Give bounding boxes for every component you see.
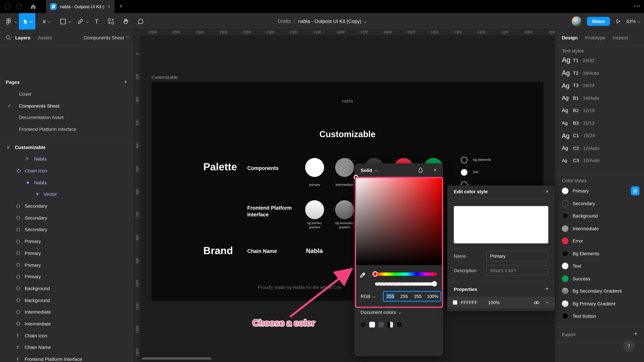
text-style-t3[interactable]: AgT3 · 16/24: [555, 79, 644, 92]
zoom-level-control[interactable]: 63%: [626, 19, 640, 24]
breadcrumb[interactable]: Drafts / nabla - Outpost UI Kit (Copy): [278, 13, 366, 29]
color-style-text-button[interactable]: Text Button: [555, 310, 644, 323]
layer-row-background[interactable]: Background: [0, 295, 134, 306]
layer-row-secondary[interactable]: Secondary: [0, 200, 134, 212]
tab-assets[interactable]: Assets: [38, 35, 52, 40]
window-control-icon[interactable]: [4, 4, 10, 9]
text-style-b2[interactable]: AgB2 · 12/16: [555, 104, 644, 117]
hand-tool-button[interactable]: [122, 13, 130, 29]
palette-circle-text[interactable]: [461, 169, 468, 176]
layer-row-nabla[interactable]: TNabla: [0, 153, 134, 165]
color-style-bg-primary-gradient[interactable]: Bg Primary Gradient: [555, 297, 644, 310]
add-property-button[interactable]: +: [546, 285, 549, 292]
components-label[interactable]: Components: [247, 165, 278, 171]
color-style-bg-secondary-gradient[interactable]: Bg Secondary Gradient: [555, 285, 644, 298]
sidebar-page-item[interactable]: ✓Components Sheet: [0, 100, 134, 112]
layer-row-frontend-platform-interface[interactable]: TFrontend Platform Interface: [0, 353, 134, 362]
layer-row-primary[interactable]: Primary: [0, 236, 134, 247]
search-icon[interactable]: [6, 35, 11, 40]
share-button[interactable]: Share: [587, 17, 610, 26]
tab-design[interactable]: Design: [562, 35, 578, 40]
document-color-swatch[interactable]: [387, 322, 393, 328]
color-style-background[interactable]: Background: [555, 210, 644, 222]
blend-droplet-icon[interactable]: [418, 167, 424, 173]
window-control-icon[interactable]: [16, 4, 22, 9]
palette-circle-bg-primary[interactable]: [305, 200, 324, 219]
more-menu-icon[interactable]: •••: [634, 4, 641, 8]
layer-row-primary[interactable]: Primary: [0, 271, 134, 283]
palette-circle-bg-secondary[interactable]: [335, 200, 354, 219]
text-style-t2[interactable]: AgT2 · 18/Auto: [555, 67, 644, 79]
text-style-b3[interactable]: AgB3 · 11/13: [555, 117, 644, 129]
visibility-eye-icon[interactable]: [534, 300, 540, 305]
avatar[interactable]: [572, 16, 582, 26]
add-export-button[interactable]: +: [634, 330, 638, 337]
comment-tool-button[interactable]: [137, 13, 144, 29]
text-style-c1[interactable]: AgC1 · 15/24: [555, 129, 644, 142]
layer-row-primary[interactable]: Primary: [0, 247, 134, 259]
remove-property-icon[interactable]: −: [546, 300, 549, 306]
tab-inspect[interactable]: Inspect: [613, 35, 628, 40]
color-style-text[interactable]: Text: [555, 260, 644, 272]
property-hex-value[interactable]: FFFFFF: [461, 300, 478, 305]
layer-row-secondary[interactable]: Secondary: [0, 212, 134, 224]
layer-row-chain-icon[interactable]: TChain Icon: [0, 330, 134, 341]
move-tool-button[interactable]: [19, 13, 36, 29]
layer-row-customizable-frame[interactable]: # Customizable: [0, 142, 134, 153]
brand-heading[interactable]: Brand: [203, 245, 233, 257]
canvas-logo-text[interactable]: nabla: [152, 98, 544, 103]
resources-tool-button[interactable]: [108, 13, 115, 29]
document-color-swatch[interactable]: [369, 322, 375, 328]
document-colors-dropdown[interactable]: Document colors: [360, 310, 401, 315]
property-opacity-value[interactable]: 100%: [488, 300, 500, 305]
present-icon[interactable]: [615, 18, 621, 24]
layer-row-vector[interactable]: Vector: [0, 188, 134, 200]
text-style-b1[interactable]: AgB1 · 14/Auto: [555, 92, 644, 104]
tab-layers[interactable]: Layers: [15, 35, 30, 40]
canvas-title-text[interactable]: Customizable: [152, 129, 544, 139]
close-icon[interactable]: ×: [434, 167, 437, 173]
layer-row-nabla[interactable]: Nabla: [0, 177, 134, 188]
breadcrumb-root[interactable]: Drafts: [278, 18, 291, 24]
name-input[interactable]: [486, 251, 548, 261]
palette-circle-label[interactable]: text: [473, 170, 478, 174]
tab-prototype[interactable]: Prototype: [585, 35, 605, 40]
color-style-error[interactable]: Error: [555, 235, 644, 247]
chain-name-value[interactable]: Nabla: [306, 247, 323, 254]
color-property-row[interactable]: FFFFFF 100% −: [447, 297, 555, 308]
text-style-t1[interactable]: AgT1 · 24/32: [555, 54, 644, 67]
layer-row-chain-name[interactable]: TChain Name: [0, 342, 134, 353]
help-button[interactable]: ?: [623, 340, 634, 352]
document-color-swatch[interactable]: [378, 322, 384, 328]
main-menu-button[interactable]: [5, 13, 17, 29]
add-page-button[interactable]: +: [124, 78, 127, 85]
active-file-tab[interactable]: nabla - Outpost UI Kit (Copy) ×: [46, 0, 114, 13]
palette-circle-intermediate[interactable]: [335, 158, 354, 177]
layer-row-chain-icon[interactable]: Chain Icon: [0, 165, 134, 177]
color-style-success[interactable]: Success: [555, 272, 644, 285]
description-input[interactable]: [486, 265, 548, 276]
layer-row-secondary[interactable]: Secondary: [0, 224, 134, 236]
edit-style-button[interactable]: [631, 186, 640, 195]
palette-circle-bg-elements[interactable]: [461, 157, 468, 163]
sidebar-page-item[interactable]: Cover: [0, 88, 134, 100]
horizontal-scrollbar[interactable]: [142, 358, 212, 360]
property-color-swatch[interactable]: [453, 300, 458, 305]
frame-tool-button[interactable]: #: [43, 13, 50, 29]
text-tool-button[interactable]: T: [95, 13, 98, 29]
color-style-bg-elements[interactable]: Bg Elements: [555, 247, 644, 260]
home-icon[interactable]: [30, 3, 37, 10]
close-tab-icon[interactable]: ×: [108, 4, 110, 9]
color-style-secondary[interactable]: Secondary: [555, 197, 644, 210]
document-color-swatch[interactable]: [396, 322, 402, 328]
sidebar-page-item[interactable]: Documentation Asset: [0, 112, 134, 123]
layer-row-background[interactable]: Background: [0, 283, 134, 294]
chain-name-label[interactable]: Chain Name: [247, 248, 277, 254]
sidebar-page-item[interactable]: Frontend Platform Interface: [0, 123, 134, 135]
text-style-c2[interactable]: AgC2 · 12/Auto: [555, 142, 644, 154]
frame-title-label[interactable]: Customizable: [152, 75, 178, 80]
new-tab-button[interactable]: +: [119, 2, 122, 9]
palette-heading[interactable]: Palette: [203, 161, 237, 173]
layer-row-intermediate[interactable]: Intermediate: [0, 318, 134, 330]
shape-tool-button[interactable]: [60, 13, 71, 29]
